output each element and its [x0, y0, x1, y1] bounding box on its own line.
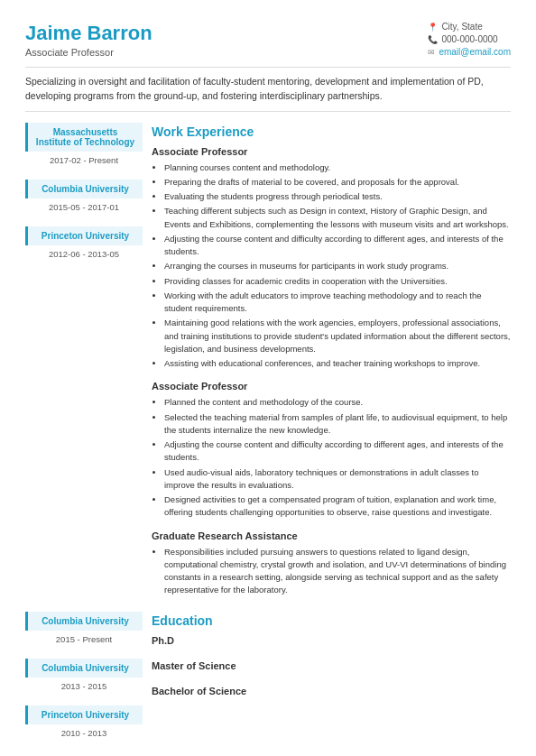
bullet-item: Working with the adult educators to impr…	[164, 290, 511, 316]
edu-degree-1: Master of Science	[152, 660, 511, 671]
edu-dates-1: 2013 - 2015	[25, 681, 143, 691]
main-content: Massachusetts Institute of Technology201…	[25, 123, 511, 608]
location-text: City, State	[441, 22, 482, 32]
candidate-name: Jaime Barron	[25, 22, 152, 45]
edu-institution-box-1: Columbia University	[25, 659, 143, 678]
edu-degree-0: Ph.D	[152, 635, 511, 646]
header-left: Jaime Barron Associate Professor	[25, 22, 152, 58]
bullet-item: Selected the teaching material from samp…	[164, 411, 511, 438]
header: Jaime Barron Associate Professor 📍 City,…	[25, 22, 511, 58]
edu-dates-2: 2010 - 2013	[25, 728, 143, 738]
work-dates-0: 2017-02 - Present	[25, 155, 143, 165]
edu-right-col: Education Ph.DMaster of ScienceBachelor …	[152, 612, 511, 752]
header-right: 📍 City, State 📞 000-000-0000 ✉ email@ema…	[428, 22, 511, 57]
education-main: Columbia University2015 - PresentColumbi…	[25, 612, 511, 752]
bullet-item: Preparing the drafts of material to be c…	[164, 176, 511, 189]
job-title-1: Associate Professor	[152, 381, 511, 392]
location-item: 📍 City, State	[428, 22, 482, 32]
bullet-item: Arranging the courses in museums for par…	[164, 260, 511, 272]
edu-institution-box-2: Princeton University	[25, 705, 143, 724]
bullet-item: Evaluating the students progress through…	[164, 190, 511, 203]
bullet-item: Teaching different subjects such as Desi…	[164, 205, 511, 231]
phone-icon: 📞	[428, 35, 438, 44]
job-bullets-0: Planning courses content and methodology…	[152, 161, 511, 371]
job-title-2: Graduate Research Assistance	[152, 530, 511, 541]
education-title: Education	[152, 613, 511, 628]
email-item: ✉ email@email.com	[428, 47, 511, 57]
bullet-item: Assisting with educational conferences, …	[164, 357, 511, 370]
candidate-title: Associate Professor	[25, 47, 152, 58]
bullet-item: Maintaining good relations with the work…	[164, 317, 511, 355]
institution-box-2: Princeton University	[25, 226, 143, 245]
edu-left-col: Columbia University2015 - PresentColumbi…	[25, 612, 143, 752]
page: Jaime Barron Associate Professor 📍 City,…	[0, 0, 536, 756]
institution-box-0: Massachusetts Institute of Technology	[25, 123, 143, 152]
work-experience-title: Work Experience	[152, 124, 511, 139]
summary: Specializing in oversight and facilitati…	[25, 67, 511, 112]
work-dates-1: 2015-05 - 2017-01	[25, 202, 143, 212]
bullet-item: Planning courses content and methodology…	[164, 161, 511, 174]
phone-item: 📞 000-000-0000	[428, 34, 497, 44]
institution-box-1: Columbia University	[25, 180, 143, 198]
bullet-item: Responsibilities included pursuing answe…	[164, 546, 511, 597]
work-right-col: Work Experience Associate ProfessorPlann…	[152, 123, 511, 608]
edu-institution-box-0: Columbia University	[25, 612, 143, 631]
bullet-item: Providing classes for academic credits i…	[164, 275, 511, 288]
email-icon: ✉	[428, 48, 435, 57]
location-icon: 📍	[428, 23, 438, 32]
job-bullets-1: Planned the content and methodology of t…	[152, 396, 511, 519]
bullet-item: Used audio-visual aids, laboratory techn…	[164, 466, 511, 493]
bullet-item: Adjusting the course content and difficu…	[164, 438, 511, 465]
work-dates-2: 2012-06 - 2013-05	[25, 249, 143, 259]
bullet-item: Planned the content and methodology of t…	[164, 396, 511, 409]
email-link[interactable]: email@email.com	[439, 47, 511, 57]
phone-text: 000-000-0000	[441, 34, 497, 44]
job-title-0: Associate Professor	[152, 146, 511, 157]
edu-dates-0: 2015 - Present	[25, 634, 143, 644]
work-left-col: Massachusetts Institute of Technology201…	[25, 123, 143, 608]
job-bullets-2: Responsibilities included pursuing answe…	[152, 546, 511, 597]
edu-degree-2: Bachelor of Science	[152, 686, 511, 696]
bullet-item: Adjusting the course content and difficu…	[164, 233, 511, 259]
bullet-item: Designed activities to get a compensated…	[164, 493, 511, 520]
